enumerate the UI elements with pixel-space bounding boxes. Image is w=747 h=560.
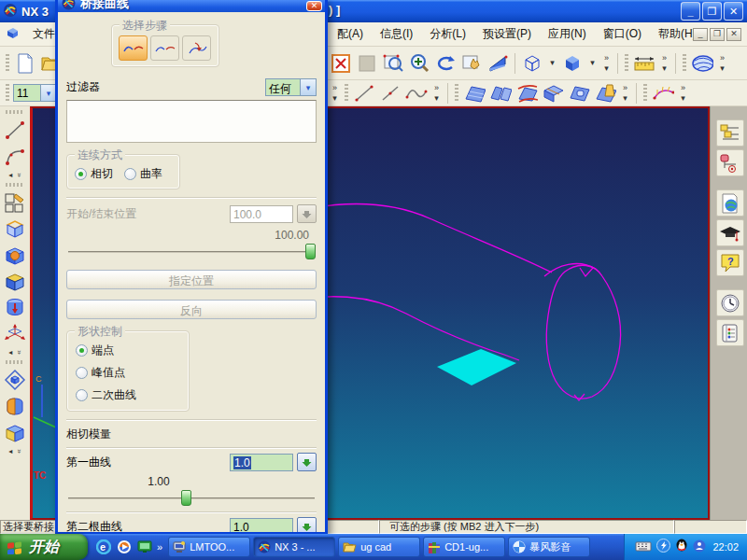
menu-item-preferences[interactable]: 预设置(P) xyxy=(474,23,540,45)
close-button[interactable]: ✕ xyxy=(724,2,743,21)
first-curve-input[interactable]: 1.0 xyxy=(230,454,293,471)
menu-item-window[interactable]: 窗口(O) xyxy=(595,23,650,45)
view-toolbar-overflow[interactable]: »▾ xyxy=(600,53,613,74)
wireframe-display-button[interactable] xyxy=(520,51,544,75)
specify-position-button[interactable]: 指定位置 xyxy=(66,270,317,289)
filter-combo[interactable]: 任何 ▾ xyxy=(265,78,317,96)
first-curve-slider[interactable] xyxy=(66,490,317,506)
first-curve-step-button[interactable] xyxy=(119,35,148,61)
menu-item-analysis[interactable]: 分析(L) xyxy=(421,23,474,45)
radio-curvature[interactable]: 曲率 xyxy=(124,166,162,182)
curve-toolbar-nav[interactable]: ◂» xyxy=(8,170,21,179)
section-surface-button[interactable] xyxy=(541,81,565,105)
first-curve-spin-button[interactable] xyxy=(297,453,317,471)
new-part-button[interactable] xyxy=(13,51,37,75)
task-button-ugcad[interactable]: ug cad xyxy=(338,537,420,557)
second-curve-spin-button[interactable] xyxy=(297,517,317,535)
first-curve-slider-thumb[interactable] xyxy=(181,490,191,506)
pan-view-button[interactable] xyxy=(459,51,484,75)
radio-conic[interactable]: 二次曲线 xyxy=(76,387,180,403)
start-button[interactable]: 开始 xyxy=(0,534,88,560)
zoom-box-button[interactable] xyxy=(381,51,405,75)
through-curves-button[interactable] xyxy=(488,81,513,105)
wireframe-dropdown[interactable]: ▾ xyxy=(546,58,558,68)
feature-operation-toolbar-nav[interactable]: ◂» xyxy=(8,446,21,455)
arc-button[interactable] xyxy=(3,144,28,168)
zoom-window-button[interactable] xyxy=(355,51,379,75)
analysis2-toolbar-overflow[interactable]: »▾ xyxy=(677,83,689,104)
dialog-titlebar[interactable]: 桥接曲线 ✕ xyxy=(58,0,325,12)
perspective-button[interactable] xyxy=(486,51,510,75)
assembly-navigator-tab[interactable] xyxy=(716,119,744,147)
quicklaunch-desktop-icon[interactable] xyxy=(136,539,152,555)
n-sided-surface-button[interactable] xyxy=(567,81,591,105)
curve-analysis-button[interactable] xyxy=(651,81,675,105)
section-view-button[interactable] xyxy=(3,420,28,444)
rotate-view-button[interactable] xyxy=(433,51,458,75)
task-button-nx3[interactable]: NX 3 - ... xyxy=(253,537,335,557)
quicklaunch-ie-icon[interactable]: e xyxy=(95,539,111,555)
shaded-dropdown[interactable]: ▾ xyxy=(586,58,599,68)
position-input[interactable]: 100.0 xyxy=(230,205,293,223)
fit-view-button[interactable] xyxy=(329,51,353,75)
spline-button[interactable] xyxy=(404,81,429,105)
surface-toolbar-overflow[interactable]: »▾ xyxy=(619,83,631,104)
curve-toolbar-overflow[interactable]: »▾ xyxy=(430,83,443,104)
help-tab[interactable]: ? xyxy=(716,249,744,276)
qq-tray-icon[interactable] xyxy=(675,539,688,555)
keyboard-tray-icon[interactable] xyxy=(635,540,652,554)
associative-line-button[interactable] xyxy=(378,81,402,105)
menu-item-assemblies[interactable]: 配(A) xyxy=(329,23,372,45)
position-spin-button[interactable] xyxy=(297,204,317,223)
filter-combo-arrow[interactable]: ▾ xyxy=(301,78,317,96)
web-browser-tab[interactable] xyxy=(716,189,744,217)
unite-button[interactable] xyxy=(3,243,28,267)
roles-tab[interactable] xyxy=(716,219,744,246)
trim-body-button[interactable] xyxy=(3,394,28,418)
hole-button[interactable] xyxy=(3,295,28,319)
position-slider-thumb[interactable] xyxy=(305,244,316,259)
layer-combo[interactable]: 11 ▾ xyxy=(13,84,57,102)
end-profile-curve[interactable] xyxy=(546,265,620,399)
analysis-toolbar-overflow[interactable]: »▾ xyxy=(716,53,728,74)
mdi-close-button[interactable]: ✕ xyxy=(726,28,741,41)
menu-item-application[interactable]: 应用(N) xyxy=(540,23,595,45)
face-analysis-button[interactable] xyxy=(690,51,714,75)
radio-peak-point[interactable]: 峰值点 xyxy=(76,365,180,381)
zoom-in-out-button[interactable] xyxy=(407,51,431,75)
selection-listbox[interactable] xyxy=(66,100,317,143)
quicklaunch-media-player-icon[interactable] xyxy=(116,539,132,555)
datum-csys-button[interactable] xyxy=(3,321,28,345)
mdi-restore-button[interactable]: ❐ xyxy=(710,28,725,41)
mdi-minimize-button[interactable]: _ xyxy=(693,28,708,41)
shaded-display-button[interactable] xyxy=(560,51,585,75)
measure-toolbar-overflow[interactable]: »▾ xyxy=(658,53,670,74)
line-button[interactable] xyxy=(3,118,28,142)
second-curve-input[interactable]: 1.0 xyxy=(230,518,293,536)
position-slider[interactable] xyxy=(66,244,317,259)
ruled-surface-button[interactable] xyxy=(462,81,486,105)
trimmed-sheet-button[interactable] xyxy=(593,81,617,105)
quicklaunch-overflow[interactable]: » xyxy=(157,541,162,553)
block-button[interactable] xyxy=(3,269,28,293)
minimize-button[interactable]: _ xyxy=(681,2,700,21)
curve-toolbar-overflow-left[interactable]: »▾ xyxy=(329,83,341,104)
task-button-cd1ug[interactable]: CD1-ug... xyxy=(423,537,505,557)
form-feature-toolbar-nav[interactable]: ◂» xyxy=(8,347,21,357)
bridge-curve-step-button[interactable] xyxy=(182,35,211,61)
history-tab[interactable] xyxy=(716,289,744,316)
menu-item-information[interactable]: 信息(I) xyxy=(372,23,421,45)
thunder-tray-icon[interactable] xyxy=(656,539,670,555)
messenger-tray-icon[interactable] xyxy=(693,539,706,555)
datum-plane-button[interactable] xyxy=(3,368,28,392)
measure-button[interactable] xyxy=(632,51,656,75)
dialog-close-button[interactable]: ✕ xyxy=(306,1,322,11)
notebook-tab[interactable] xyxy=(716,319,744,346)
reverse-button[interactable]: 反向 xyxy=(66,300,317,319)
radio-endpoint[interactable]: 端点 xyxy=(76,343,180,358)
second-curve-step-button[interactable] xyxy=(150,35,179,61)
radio-tangent[interactable]: 相切 xyxy=(75,166,113,182)
extrude-button[interactable] xyxy=(3,217,28,241)
sketch-button[interactable] xyxy=(3,190,28,215)
task-button-lmtool[interactable]: LMTOO... xyxy=(168,537,250,557)
